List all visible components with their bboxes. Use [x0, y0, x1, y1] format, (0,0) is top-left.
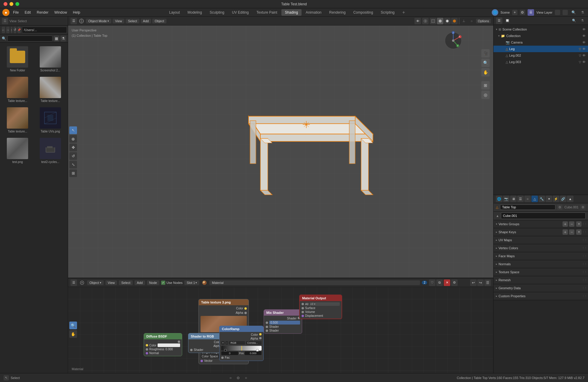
- nav-bookmark-btn[interactable]: 📌: [17, 27, 21, 33]
- diffuse-bsdf-node[interactable]: Diffuse BSDF Color: [144, 333, 182, 356]
- prop-tab-data[interactable]: ▲: [567, 196, 573, 202]
- tab-compositing[interactable]: Compositing: [350, 9, 377, 16]
- grid-toggle-btn[interactable]: ⊞: [481, 81, 490, 89]
- tab-modeling[interactable]: Modeling: [184, 9, 206, 16]
- delete-material-icon[interactable]: ✕: [444, 279, 450, 286]
- list-item[interactable]: New Folder: [2, 45, 33, 73]
- prop-tab-render[interactable]: 📷: [503, 196, 510, 202]
- filter-options-icon[interactable]: ⚗: [60, 36, 66, 41]
- rotate-tool[interactable]: ↺: [69, 152, 77, 160]
- slot-selector[interactable]: Slot 1 ▾: [184, 280, 199, 285]
- sk-add-btn[interactable]: +: [563, 229, 568, 235]
- close-button[interactable]: [4, 2, 7, 6]
- maximize-button[interactable]: [15, 2, 19, 6]
- tab-animation[interactable]: Animation: [302, 9, 325, 16]
- solid-mode-btn[interactable]: [437, 18, 443, 24]
- vertex-groups-header[interactable]: ▾ Vertex Groups + − ▾ ⋮⋮: [494, 220, 588, 228]
- scene-settings-icon[interactable]: ⚙: [520, 10, 525, 15]
- select-tool[interactable]: ↖: [69, 126, 77, 134]
- viewport-mode-icon[interactable]: [78, 18, 85, 24]
- sk-remove-btn[interactable]: −: [569, 229, 574, 235]
- scene-eye-icon[interactable]: 👁: [582, 28, 586, 31]
- list-item[interactable]: test.png: [2, 137, 33, 165]
- mix-shader-node[interactable]: Mix Shader Shader 0.500 Sh: [264, 309, 302, 334]
- shader-view-btn[interactable]: View: [105, 280, 117, 285]
- nav-forward-btn[interactable]: →: [6, 27, 9, 33]
- outliner-collection[interactable]: ▾ 📁 Collection 👁: [494, 33, 588, 39]
- cursor-tool[interactable]: ⊕: [69, 135, 77, 143]
- shader-add-btn[interactable]: Add: [134, 280, 145, 285]
- vg-expand-btn[interactable]: ▾: [576, 221, 581, 227]
- snap-icon[interactable]: ⊥: [461, 18, 467, 24]
- tab-scripting[interactable]: Scripting: [377, 9, 398, 16]
- normals-header[interactable]: ▸ Normals ⋮⋮: [494, 260, 588, 268]
- outliner-leg-003[interactable]: ▾ △ Leg.003 ▽ 👁: [494, 59, 588, 65]
- viewlayer-settings-icon[interactable]: [563, 10, 568, 15]
- leg003-eye-icon[interactable]: 👁: [582, 60, 586, 64]
- vg-add-btn[interactable]: +: [563, 221, 568, 227]
- wireframe-mode-btn[interactable]: [430, 18, 436, 24]
- geometry-data-header[interactable]: ▸ Geometry Data ⋮⋮: [494, 284, 588, 292]
- viewport-render-icon[interactable]: [422, 18, 429, 24]
- shader-hand-tool[interactable]: ✋: [69, 330, 77, 338]
- outliner-mode-icon[interactable]: 🔲: [504, 17, 511, 24]
- list-item[interactable]: Table texture...: [35, 76, 66, 104]
- fake-user-icon[interactable]: ♡: [429, 279, 435, 286]
- view-btn[interactable]: View: [113, 19, 124, 23]
- menu-render[interactable]: Render: [34, 9, 51, 15]
- tab-add[interactable]: +: [399, 9, 408, 16]
- nav-up-btn[interactable]: ↑: [11, 27, 12, 33]
- viewport-menu-icon[interactable]: ☰: [71, 18, 77, 24]
- browser-select-label[interactable]: Select: [18, 19, 27, 23]
- outliner-leg[interactable]: ▾ △ Leg ▽ 👁: [494, 46, 588, 52]
- prop-tab-scene[interactable]: 🌐: [496, 196, 502, 202]
- scale-tool[interactable]: ⤡: [69, 161, 77, 168]
- options-btn[interactable]: Options: [476, 19, 491, 23]
- object-settings-icon[interactable]: ⚙: [557, 204, 563, 210]
- face-maps-header[interactable]: ▸ Face Maps ⋮⋮: [494, 252, 588, 260]
- shader-menu-icon[interactable]: ☰: [71, 279, 77, 286]
- redo-icon[interactable]: ↪: [477, 279, 484, 286]
- prop-tab-object[interactable]: △: [531, 196, 538, 202]
- object-btn[interactable]: Object: [152, 19, 166, 23]
- color-ramp-node[interactable]: ColorRamp Color Alpha +: [219, 326, 264, 361]
- viewport-camera-icon[interactable]: 👁: [414, 18, 421, 24]
- outliner-filter-icon[interactable]: ⚗: [579, 17, 586, 24]
- prop-tab-view-layer[interactable]: ☰: [517, 196, 524, 202]
- overlay-btn[interactable]: ◎: [481, 91, 490, 99]
- filter-icon[interactable]: ⚗: [579, 9, 586, 16]
- nav-reload-btn[interactable]: ↺: [14, 27, 16, 33]
- material-mode-btn[interactable]: [444, 18, 451, 24]
- cr-stop-left[interactable]: [224, 349, 227, 351]
- shader-menu-btn[interactable]: ☰: [484, 279, 491, 286]
- active-object-name[interactable]: Table Top: [500, 204, 555, 210]
- outliner-scene-collection[interactable]: ▾ ⊞ Scene Collection 👁: [494, 26, 588, 33]
- transform-tool[interactable]: ⊞: [69, 169, 77, 177]
- duplicate-material-icon[interactable]: ⧉: [436, 279, 443, 286]
- texture-space-header[interactable]: ▸ Texture Space ⋮⋮: [494, 268, 588, 276]
- prop-tab-output[interactable]: 🖥: [510, 196, 517, 202]
- vg-remove-btn[interactable]: −: [569, 221, 574, 227]
- outliner-menu-icon[interactable]: ☰: [496, 17, 502, 24]
- tab-uv-editing[interactable]: UV Editing: [228, 9, 252, 16]
- zoom-btn[interactable]: 🔍: [481, 59, 490, 67]
- tab-layout[interactable]: Layout: [166, 9, 183, 16]
- material-settings-icon[interactable]: ⚙: [451, 279, 458, 286]
- outliner-search-icon[interactable]: 🔍: [571, 17, 577, 24]
- menu-window[interactable]: Window: [52, 9, 69, 15]
- sk-expand-btn[interactable]: ▾: [576, 229, 581, 235]
- outliner-camera[interactable]: ▾ 📷 Camera 👁: [494, 39, 588, 46]
- outliner-leg-002[interactable]: ▾ △ Leg.002 ▽ 👁: [494, 52, 588, 59]
- leg-eye-icon[interactable]: 👁: [582, 47, 586, 51]
- object-mode-btn[interactable]: Object Mode ▾: [86, 19, 111, 23]
- tab-texture-paint[interactable]: Texture Paint: [253, 9, 281, 16]
- mesh-name-input[interactable]: [501, 212, 586, 219]
- scene-add-icon[interactable]: +: [512, 10, 517, 15]
- prop-tab-physics[interactable]: ⚡: [553, 196, 559, 202]
- list-item[interactable]: Table texture...: [2, 106, 33, 134]
- search-icon[interactable]: 🔍: [570, 9, 577, 16]
- navigation-gizmo[interactable]: X Y Z: [443, 30, 464, 51]
- camera-eye-icon[interactable]: 👁: [582, 41, 586, 44]
- prop-tab-modifier[interactable]: 🔧: [539, 196, 545, 202]
- list-item[interactable]: Screenshot 2...: [35, 45, 66, 73]
